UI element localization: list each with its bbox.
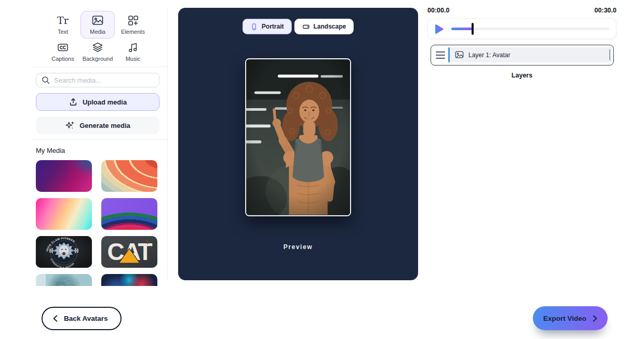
upload-label: Upload media	[83, 98, 127, 106]
tool-label: Captions	[51, 56, 74, 62]
layers-panel: Layer 1: Avatar	[431, 45, 614, 66]
sidebar-item-music[interactable]: Music	[116, 41, 150, 62]
timeline-timestamps: 00:00.0 00:30.0	[427, 7, 616, 14]
media-thumbnail-aurora[interactable]	[36, 160, 92, 192]
landscape-button[interactable]: Landscape	[294, 19, 354, 34]
sidebar-item-background[interactable]: Background	[81, 41, 115, 62]
divider	[31, 139, 167, 140]
export-label: Export Video	[543, 315, 586, 322]
back-avatars-button[interactable]: Back Avatars	[42, 307, 122, 330]
timeline-start-time: 00:00.0	[427, 7, 449, 14]
landscape-icon	[302, 23, 310, 31]
sidebar-item-text[interactable]: Tr Text	[46, 14, 80, 35]
tool-label: Text	[58, 29, 68, 35]
back-label: Back Avatars	[64, 315, 108, 322]
media-thumbnail-topographic[interactable]	[101, 160, 157, 192]
media-thumbnail-teal-art[interactable]	[36, 274, 92, 286]
media-thumbnail-gradient[interactable]	[36, 198, 92, 230]
playback-controls	[427, 18, 616, 39]
generate-media-button[interactable]: Generate media	[36, 116, 159, 134]
export-video-button[interactable]: Export Video	[533, 306, 608, 330]
timeline-scrubber[interactable]	[451, 28, 609, 30]
layer-image-icon	[455, 51, 464, 59]
layer-label: Layer 1: Avatar	[468, 51, 511, 59]
media-thumbnail-cat-logo[interactable]: CAT	[101, 236, 157, 268]
search-icon	[42, 76, 50, 84]
sparkles-icon	[65, 121, 75, 131]
layer-trim-handle-left[interactable]	[448, 47, 450, 62]
portrait-button[interactable]: Portrait	[243, 19, 292, 34]
chevron-left-icon	[52, 315, 59, 322]
layer-1-clip[interactable]: Layer 1: Avatar	[448, 47, 612, 62]
portrait-icon	[250, 23, 258, 31]
captions-icon	[57, 41, 69, 54]
tool-label: Music	[126, 56, 141, 62]
background-icon	[92, 41, 103, 54]
sidebar-item-captions[interactable]: Captions	[46, 41, 80, 62]
tool-label: Media	[90, 29, 105, 35]
sidebar-item-media[interactable]: Media	[81, 11, 115, 38]
my-media-grid: IRON CLAW FITNESS STRENGTH & HONOR	[36, 160, 159, 286]
media-icon	[92, 14, 103, 27]
layer-trim-handle-right[interactable]	[609, 49, 610, 60]
media-thumbnail-fitness-logo[interactable]: IRON CLAW FITNESS STRENGTH & HONOR	[36, 236, 92, 268]
text-icon: Tr	[57, 14, 69, 27]
tool-label: Elements	[121, 29, 145, 35]
timeline-progress-fill	[451, 28, 473, 30]
upload-icon	[69, 97, 78, 107]
layers-title: Layers	[427, 72, 616, 79]
sidebar-item-elements[interactable]: Elements	[116, 14, 150, 35]
tool-label: Background	[83, 56, 113, 62]
timeline-end-time: 00:30.0	[595, 7, 616, 14]
landscape-label: Landscape	[313, 23, 346, 30]
preview-caption: Preview	[178, 243, 418, 251]
media-thumbnail-splash[interactable]	[101, 274, 157, 286]
playhead-marker[interactable]	[472, 23, 474, 35]
layers-menu-icon[interactable]	[436, 51, 445, 59]
music-icon	[127, 41, 139, 54]
media-thumbnail-rainbow[interactable]	[101, 198, 157, 230]
search-input[interactable]	[54, 76, 154, 84]
play-button[interactable]	[435, 24, 444, 34]
my-media-title: My Media	[36, 147, 65, 154]
portrait-label: Portrait	[262, 23, 284, 30]
divider	[167, 8, 168, 281]
upload-media-button[interactable]: Upload media	[36, 93, 159, 111]
chevron-right-icon	[592, 315, 598, 322]
preview-stage: Portrait Landscape	[178, 8, 418, 280]
elements-icon	[128, 14, 139, 27]
divider	[31, 67, 167, 67]
avatar-preview-image[interactable]	[245, 58, 351, 216]
orientation-toggle: Portrait Landscape	[243, 19, 354, 34]
generate-label: Generate media	[79, 122, 130, 129]
video-editor-app: Tr Text Media Elements Captions	[0, 0, 644, 339]
search-media-box	[36, 73, 159, 87]
